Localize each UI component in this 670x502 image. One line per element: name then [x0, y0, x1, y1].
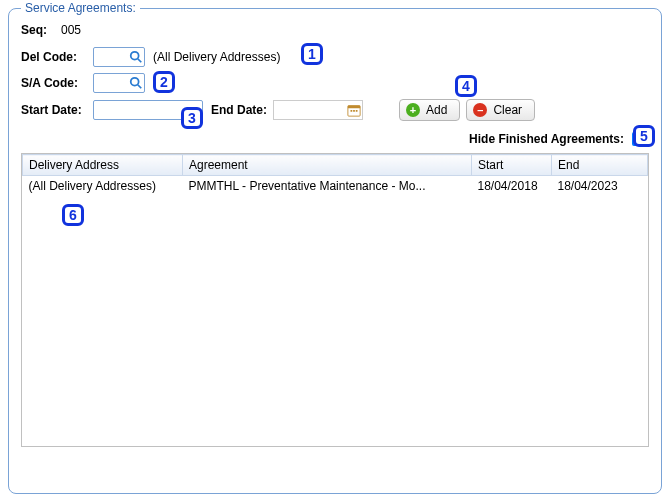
minus-icon: – [473, 103, 487, 117]
start-date-label: Start Date: [21, 103, 93, 117]
annotation-1: 1 [301, 43, 323, 65]
del-code-label: Del Code: [21, 50, 93, 64]
cell-end: 18/04/2023 [552, 176, 648, 197]
sa-code-label: S/A Code: [21, 76, 93, 90]
annotation-6: 6 [62, 204, 84, 226]
magnifier-icon[interactable] [128, 49, 144, 65]
start-date-input[interactable] [94, 103, 202, 117]
hide-finished-label: Hide Finished Agreements: [469, 132, 624, 146]
dates-row: Start Date: 3 End Date: + Add – Clear 4 [21, 99, 649, 121]
svg-point-2 [131, 78, 139, 86]
svg-rect-7 [353, 110, 355, 112]
calendar-icon[interactable] [346, 102, 362, 118]
svg-rect-5 [348, 106, 360, 109]
seq-value: 005 [61, 23, 81, 37]
agreements-table: Delivery Address Agreement Start End (Al… [22, 154, 648, 196]
agreements-table-wrap: Delivery Address Agreement Start End (Al… [21, 153, 649, 447]
add-button-label: Add [426, 103, 447, 117]
end-date-input[interactable] [274, 103, 346, 117]
seq-row: Seq: 005 [21, 23, 649, 37]
svg-line-3 [138, 85, 142, 89]
service-agreements-panel: Service Agreements: Seq: 005 Del Code: (… [8, 8, 662, 494]
del-code-hint: (All Delivery Addresses) [153, 50, 280, 64]
svg-line-1 [138, 59, 142, 63]
seq-label: Seq: [21, 23, 57, 37]
col-header-start[interactable]: Start [472, 155, 552, 176]
cell-start: 18/04/2018 [472, 176, 552, 197]
cell-agreement: PMMTHL - Preventative Maintenance - Mo..… [183, 176, 472, 197]
end-date-label: End Date: [211, 103, 267, 117]
del-code-input[interactable] [94, 50, 128, 64]
magnifier-icon[interactable] [128, 75, 144, 91]
add-button[interactable]: + Add [399, 99, 460, 121]
sa-code-input-wrap [93, 73, 145, 93]
plus-icon: + [406, 103, 420, 117]
annotation-2: 2 [153, 71, 175, 93]
svg-rect-8 [356, 110, 358, 112]
col-header-end[interactable]: End [552, 155, 648, 176]
svg-rect-6 [351, 110, 353, 112]
hide-finished-checkbox[interactable] [632, 132, 646, 146]
table-header-row: Delivery Address Agreement Start End [23, 155, 648, 176]
hide-finished-row: Hide Finished Agreements: 5 [21, 129, 649, 149]
del-code-row: Del Code: (All Delivery Addresses) 1 [21, 47, 649, 67]
action-buttons: + Add – Clear [399, 99, 535, 121]
clear-button[interactable]: – Clear [466, 99, 535, 121]
cell-delivery: (All Delivery Addresses) [23, 176, 183, 197]
clear-button-label: Clear [493, 103, 522, 117]
sa-code-row: S/A Code: 2 [21, 73, 649, 93]
end-date-input-wrap [273, 100, 363, 120]
col-header-agreement[interactable]: Agreement [183, 155, 472, 176]
svg-point-0 [131, 52, 139, 60]
col-header-delivery[interactable]: Delivery Address [23, 155, 183, 176]
start-date-input-wrap [93, 100, 203, 120]
table-row[interactable]: (All Delivery Addresses) PMMTHL - Preven… [23, 176, 648, 197]
panel-title: Service Agreements: [21, 1, 140, 15]
sa-code-input[interactable] [94, 76, 128, 90]
del-code-input-wrap [93, 47, 145, 67]
